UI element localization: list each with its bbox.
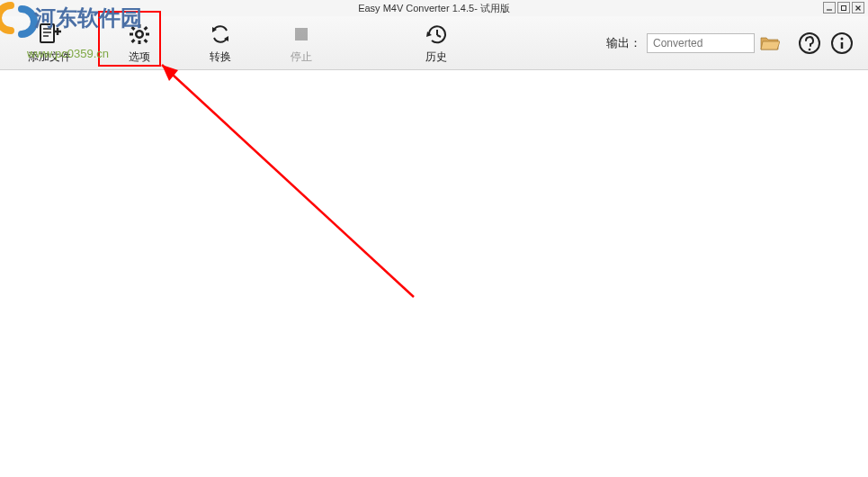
convert-button[interactable]: 转换 bbox=[189, 18, 252, 68]
output-path-input[interactable] bbox=[647, 33, 755, 53]
refresh-icon bbox=[209, 21, 232, 48]
svg-rect-12 bbox=[130, 33, 133, 36]
window-controls bbox=[823, 2, 864, 14]
options-button[interactable]: 选项 bbox=[108, 18, 171, 68]
stop-label: 停止 bbox=[291, 50, 312, 65]
gear-icon bbox=[128, 21, 151, 48]
titlebar: Easy M4V Converter 1.4.5- 试用版 bbox=[0, 0, 868, 16]
file-plus-icon bbox=[37, 21, 62, 48]
output-label: 输出： bbox=[606, 35, 641, 51]
svg-point-27 bbox=[841, 37, 844, 40]
svg-rect-15 bbox=[144, 39, 148, 43]
svg-rect-17 bbox=[131, 39, 136, 43]
svg-rect-11 bbox=[139, 40, 141, 44]
svg-rect-20 bbox=[295, 28, 308, 40]
maximize-button[interactable] bbox=[837, 2, 850, 14]
stop-icon bbox=[291, 21, 311, 48]
right-icons bbox=[798, 32, 854, 55]
add-file-label: 添加文件 bbox=[28, 50, 71, 65]
output-group: 输出： bbox=[606, 33, 780, 53]
history-label: 历史 bbox=[425, 50, 447, 65]
svg-rect-10 bbox=[139, 24, 141, 28]
info-button[interactable] bbox=[830, 32, 854, 55]
close-button[interactable] bbox=[852, 2, 864, 14]
history-button[interactable]: 历史 bbox=[405, 18, 468, 68]
svg-rect-16 bbox=[144, 26, 148, 31]
content-area bbox=[0, 70, 868, 477]
toolbar: 添加文件 选项 bbox=[0, 16, 868, 70]
window-title: Easy M4V Converter 1.4.5- 试用版 bbox=[358, 2, 510, 15]
convert-label: 转换 bbox=[210, 50, 231, 65]
svg-line-23 bbox=[437, 35, 441, 37]
history-icon bbox=[425, 21, 448, 48]
minimize-button[interactable] bbox=[823, 2, 836, 14]
folder-icon[interactable] bbox=[760, 35, 780, 51]
stop-button: 停止 bbox=[270, 18, 333, 68]
svg-rect-13 bbox=[146, 33, 149, 36]
options-label: 选项 bbox=[129, 50, 150, 65]
svg-point-25 bbox=[809, 48, 811, 50]
svg-rect-4 bbox=[40, 24, 54, 42]
help-button[interactable] bbox=[798, 32, 821, 55]
add-file-button[interactable]: 添加文件 bbox=[9, 18, 90, 68]
svg-rect-14 bbox=[131, 26, 136, 31]
svg-rect-1 bbox=[842, 5, 846, 10]
